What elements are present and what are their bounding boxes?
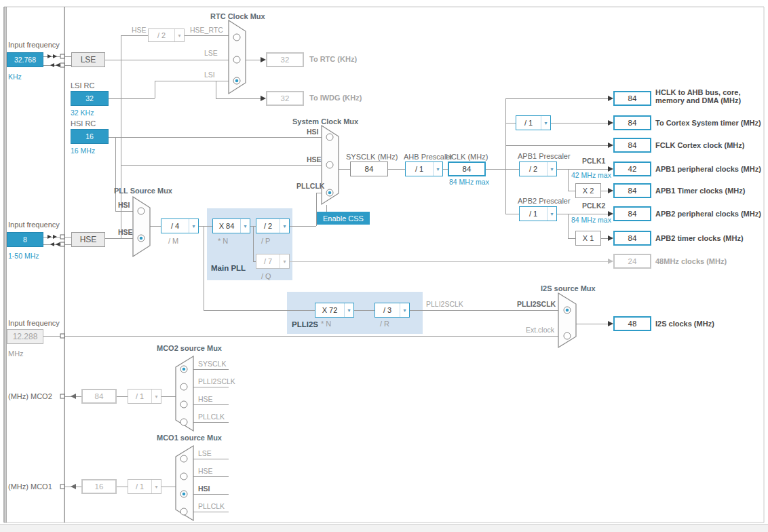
- hclk-frequency-box[interactable]: 84: [448, 162, 486, 176]
- chevron-down-icon: ▾: [547, 207, 556, 221]
- sysmux-hse-radio[interactable]: [326, 162, 333, 168]
- rtc-lse-signal-label: LSE: [204, 49, 218, 57]
- chevron-down-icon: ▾: [189, 219, 198, 233]
- mco2-pllclk-radio[interactable]: [180, 419, 187, 425]
- pll-m-divider-dropdown[interactable]: / 4 ▾: [161, 218, 199, 233]
- main-pll-title: Main PLL: [211, 264, 246, 272]
- mco1-divider-value: / 1: [128, 480, 151, 493]
- apb1-timer-clock-box[interactable]: 84: [613, 183, 651, 198]
- lse-frequency-field[interactable]: 32.768: [7, 52, 43, 67]
- hclk-label: HCLK (MHz): [446, 153, 488, 161]
- apb1-prescaler-dropdown[interactable]: / 2 ▾: [519, 162, 557, 176]
- mco1-pllclk-radio[interactable]: [180, 508, 187, 515]
- pll-source-mux-shape: [133, 197, 150, 256]
- cortex-prescaler-dropdown[interactable]: / 1 ▾: [516, 115, 551, 130]
- horizontal-scrollbar[interactable]: [0, 524, 768, 532]
- apb1-timer-clock-label: APB1 Timer clocks (MHz): [655, 187, 745, 195]
- enable-css-button[interactable]: Enable CSS: [317, 212, 370, 225]
- hse-rtc-signal-label: HSE_RTC: [190, 26, 223, 34]
- pll-source-mux-title: PLL Source Mux: [114, 187, 172, 195]
- rail-pin-squares: [60, 54, 64, 489]
- pll-n-value: X 84: [213, 219, 240, 233]
- pll-q-label: / Q: [261, 272, 271, 280]
- plli2s-n-multiplier-dropdown[interactable]: X 72 ▾: [315, 303, 354, 318]
- rtc-mux-title: RTC Clock Mux: [210, 12, 265, 20]
- rtc-hse-divider-value: / 2: [149, 29, 174, 41]
- hsi-unit-label: 16 MHz: [71, 147, 95, 155]
- mco1-hse-radio[interactable]: [180, 473, 187, 480]
- mco1-input-hsi-label: HSI: [198, 484, 210, 493]
- fclk-clock-box[interactable]: 84: [613, 138, 651, 153]
- clk48-frequency-box: 24: [613, 254, 651, 269]
- to-iwdg-label: To IWDG (KHz): [309, 94, 362, 102]
- mco1-source-mux-title: MCO1 source Mux: [157, 434, 222, 442]
- lse-input-caption: Input frequency: [8, 41, 60, 49]
- pclk2-max-note: 84 MHz max: [571, 216, 611, 224]
- rtc-mux-lse-radio[interactable]: [233, 56, 240, 63]
- mco1-output-label: (MHz) MCO1: [8, 482, 52, 491]
- apb2-timer-clock-box[interactable]: 84: [613, 231, 651, 246]
- rtc-mux-hse-radio[interactable]: [233, 34, 240, 41]
- pll-hsi-signal-label: HSI: [118, 201, 130, 209]
- mco-arrow-icons: [71, 394, 76, 489]
- hse-unit-label: 1-50 MHz: [8, 252, 39, 260]
- pll-n-multiplier-dropdown[interactable]: X 84 ▾: [212, 218, 250, 233]
- apb1-prescaler-label: APB1 Prescaler: [518, 152, 571, 160]
- apb2-prescaler-dropdown[interactable]: / 1 ▾: [519, 206, 557, 221]
- mco2-input-plli2sclk-label: PLLI2SCLK: [198, 377, 235, 385]
- chevron-down-icon: ▾: [280, 219, 289, 233]
- sysmux-hsi-radio[interactable]: [326, 134, 333, 140]
- i2s-ext-frequency-field: 12.288: [7, 329, 43, 344]
- clk48-label: 48MHz clocks (MHz): [655, 257, 727, 265]
- i2s-clock-box[interactable]: 48: [613, 316, 651, 331]
- iwdg-frequency-box: 32: [266, 91, 304, 106]
- rtc-frequency-box: 32: [266, 52, 304, 67]
- lse-oscillator-box: LSE: [71, 52, 105, 67]
- rtc-lsi-signal-label: LSI: [204, 71, 215, 79]
- hse-oscillator-box: HSE: [71, 232, 105, 247]
- mco1-frequency-box: 16: [81, 479, 117, 494]
- i2smux-selected-dot: [566, 309, 569, 312]
- ahb-prescaler-dropdown[interactable]: / 1 ▾: [405, 162, 443, 176]
- plli2s-r-divider-dropdown[interactable]: / 3 ▾: [375, 303, 410, 318]
- i2s-source-mux-title: I2S source Mux: [541, 284, 596, 292]
- i2smux-plli2sclk-label: PLLI2SCLK: [517, 300, 556, 308]
- apb2-peripheral-clock-label: APB2 peripheral clocks (MHz): [655, 210, 761, 218]
- plli2s-n-value: X 72: [315, 303, 344, 317]
- rtc-mux-selected-dot: [235, 79, 239, 83]
- ahb-bus-clock-label-line1: HCLK to AHB bus, core,: [655, 88, 741, 96]
- lsi-frequency-field: 32: [71, 91, 109, 106]
- mco2-plli2sclk-radio[interactable]: [180, 383, 187, 390]
- apb1-peripheral-clock-box[interactable]: 42: [613, 162, 651, 176]
- pll-mux-hsi-radio[interactable]: [138, 208, 145, 214]
- sysmux-hsi-signal-label: HSI: [307, 128, 319, 136]
- chevron-down-icon: ▾: [547, 162, 556, 176]
- rtc-hse-divider-dropdown: / 2 ▾: [148, 28, 185, 42]
- i2smux-extclock-label: Ext.clock: [526, 326, 554, 334]
- hse-frequency-field[interactable]: 8: [7, 232, 43, 247]
- pll-p-divider-dropdown[interactable]: / 2 ▾: [256, 218, 290, 233]
- cortex-timer-clock-box[interactable]: 84: [613, 115, 651, 130]
- apb2-peripheral-clock-box[interactable]: 84: [613, 206, 651, 221]
- mco2-frequency-box: 84: [81, 389, 117, 404]
- hclk-max-note: 84 MHz max: [449, 178, 489, 186]
- i2smux-extclock-radio[interactable]: [564, 332, 571, 339]
- mco1-lse-radio[interactable]: [180, 455, 187, 462]
- mco2-divider-value: / 1: [128, 390, 151, 403]
- chevron-down-icon: ▾: [240, 219, 250, 233]
- plli2s-n-label: * N: [321, 320, 331, 328]
- rtc-hse-signal-label: HSE: [132, 26, 147, 34]
- mco2-hse-radio[interactable]: [180, 401, 187, 408]
- chevron-down-icon: ▾: [541, 116, 550, 130]
- pll-n-label: * N: [218, 237, 228, 245]
- mco1-divider-dropdown: / 1 ▾: [128, 479, 161, 494]
- pclk2-signal-label: PCLK2: [582, 202, 605, 210]
- sysclk-frequency-box[interactable]: 84: [350, 162, 388, 176]
- ahb-bus-clock-box[interactable]: 84: [613, 91, 651, 106]
- mco2-input-hse-label: HSE: [198, 395, 213, 403]
- sysclk-label: SYSCLK (MHz): [346, 153, 398, 161]
- plli2sclk-signal-label: PLLI2SCLK: [426, 300, 463, 308]
- clock-tree-wiring: [0, 0, 768, 532]
- apb2-prescaler-label: APB2 Prescaler: [518, 197, 571, 205]
- apb2-prescaler-value: / 1: [520, 207, 547, 221]
